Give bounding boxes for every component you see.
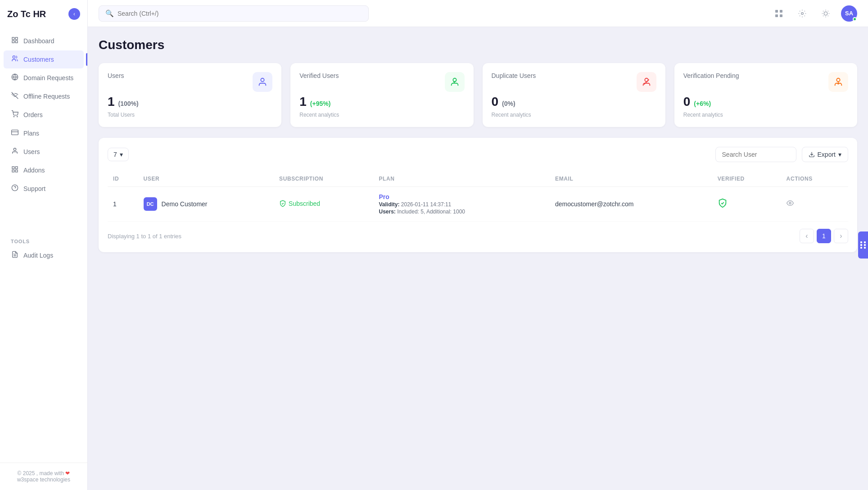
svg-point-10	[17, 116, 18, 117]
online-indicator	[853, 17, 857, 21]
svg-point-27	[824, 12, 827, 15]
col-user: USER	[138, 171, 274, 187]
export-chevron-icon: ▾	[838, 151, 841, 158]
settings-button[interactable]	[794, 5, 810, 22]
svg-rect-11	[12, 130, 18, 135]
sidebar-nav: DashboardCustomersDomain RequestsOffline…	[0, 28, 87, 233]
next-page-button[interactable]: ›	[834, 229, 848, 243]
sidebar-toggle-button[interactable]: ‹	[68, 8, 80, 20]
stat-label: Users	[108, 72, 124, 79]
svg-rect-49	[860, 247, 862, 249]
sidebar-item-domain-requests[interactable]: Domain Requests	[4, 69, 84, 87]
stat-percent: (100%)	[118, 100, 139, 107]
nav-label-addons: Addons	[23, 167, 45, 174]
search-input[interactable]	[118, 10, 362, 17]
customers-icon	[11, 55, 19, 64]
page-title: Customers	[99, 38, 857, 52]
right-panel-toggle[interactable]	[858, 231, 868, 259]
svg-rect-0	[12, 37, 14, 40]
view-action-button[interactable]	[787, 200, 794, 209]
table-actions: Export ▾	[715, 147, 848, 162]
svg-rect-1	[15, 37, 18, 40]
sidebar: Zo Tc HR ‹ DashboardCustomersDomain Requ…	[0, 0, 88, 490]
export-icon	[809, 151, 815, 158]
cell-plan: Pro Validity: 2026-01-11 14:37:11 Users:…	[374, 187, 550, 222]
sidebar-item-plans[interactable]: Plans	[4, 124, 84, 142]
subscription-badge: Subscribed	[279, 200, 320, 207]
grid-view-button[interactable]	[771, 5, 787, 22]
audit-logs-icon	[11, 251, 19, 260]
stat-percent: (+6%)	[694, 100, 711, 107]
global-search-box[interactable]: 🔍	[99, 5, 369, 22]
sidebar-item-orders[interactable]: Orders	[4, 106, 84, 124]
sidebar-item-addons[interactable]: Addons	[4, 161, 84, 179]
sidebar-item-audit-logs[interactable]: Audit Logs	[4, 246, 84, 264]
search-icon: 🔍	[105, 9, 114, 18]
stat-label: Duplicate Users	[492, 72, 536, 79]
header-actions: SA	[771, 5, 857, 22]
page-content: Customers Users 1 (100%) Total Users Ver…	[88, 27, 868, 490]
avatar[interactable]: SA	[841, 5, 857, 22]
sidebar-tools-nav: Audit Logs	[0, 246, 87, 265]
svg-rect-23	[780, 10, 782, 13]
col-id: ID	[108, 171, 138, 187]
nav-label-users: Users	[23, 148, 40, 155]
sidebar-item-offline-requests[interactable]: Offline Requests	[4, 87, 84, 105]
svg-line-34	[823, 15, 823, 16]
stat-sublabel: Recent analytics	[299, 112, 464, 118]
customers-table: ID USER SUBSCRIPTION PLAN EMAIL VERIFIED…	[108, 171, 848, 222]
stat-card-header: Users	[108, 72, 272, 92]
col-verified: VERIFIED	[712, 171, 781, 187]
cell-actions	[781, 187, 848, 222]
plan-name: Pro	[379, 193, 545, 200]
stat-value: 1	[108, 95, 115, 109]
svg-rect-45	[860, 241, 862, 243]
stat-label: Verification Pending	[683, 72, 739, 79]
stat-value: 1	[299, 95, 307, 109]
export-label: Export	[818, 151, 836, 158]
domain-requests-icon	[11, 73, 19, 82]
stat-percent: (+95%)	[310, 100, 331, 107]
plan-users-details: Users: Included: 5, Additional: 1000	[379, 209, 545, 215]
cell-verified	[712, 187, 781, 222]
sidebar-item-support[interactable]: Support	[4, 180, 84, 198]
per-page-select[interactable]: 7 ▾	[108, 148, 129, 161]
svg-rect-14	[12, 167, 14, 169]
svg-point-4	[13, 56, 15, 58]
entries-info: Displaying 1 to 1 of 1 entries	[108, 233, 181, 240]
nav-label-offline-requests: Offline Requests	[23, 93, 70, 100]
svg-rect-2	[12, 41, 14, 43]
stat-sublabel: Total Users	[108, 112, 272, 118]
stat-card-header: Verification Pending	[683, 72, 848, 92]
svg-line-30	[823, 11, 823, 11]
svg-rect-22	[775, 10, 778, 13]
user-name: Demo Customer	[162, 200, 208, 208]
export-button[interactable]: Export ▾	[802, 147, 848, 162]
search-user-input[interactable]	[715, 147, 796, 162]
stat-value: 0	[683, 95, 691, 109]
table-section: 7 ▾ Export ▾ ID	[99, 138, 857, 252]
nav-label-domain-requests: Domain Requests	[23, 74, 73, 82]
page-1-button[interactable]: 1	[817, 229, 831, 243]
sidebar-item-customers[interactable]: Customers	[4, 50, 84, 68]
nav-label-audit-logs: Audit Logs	[23, 252, 53, 259]
svg-rect-24	[775, 14, 778, 17]
nav-label-customers: Customers	[23, 56, 54, 63]
stat-sublabel: Recent analytics	[492, 112, 656, 118]
nav-label-support: Support	[23, 185, 45, 192]
sidebar-logo-area: Zo Tc HR ‹	[0, 0, 87, 28]
prev-page-button[interactable]: ‹	[800, 229, 814, 243]
stat-card-verification-pending: Verification Pending 0 (+6%) Recent anal…	[674, 63, 857, 127]
offline-requests-icon	[11, 92, 19, 101]
svg-rect-17	[15, 170, 18, 172]
svg-point-9	[14, 116, 14, 117]
stat-sublabel: Recent analytics	[683, 112, 848, 118]
nav-label-orders: Orders	[23, 111, 43, 118]
cell-email: democustomer@zotchr.com	[550, 187, 712, 222]
stat-icon-red	[637, 72, 656, 92]
sidebar-item-users[interactable]: Users	[4, 143, 84, 161]
sidebar-item-dashboard[interactable]: Dashboard	[4, 32, 84, 50]
stat-card-header: Duplicate Users	[492, 72, 656, 92]
stat-label: Verified Users	[299, 72, 339, 79]
brightness-button[interactable]	[818, 5, 834, 22]
